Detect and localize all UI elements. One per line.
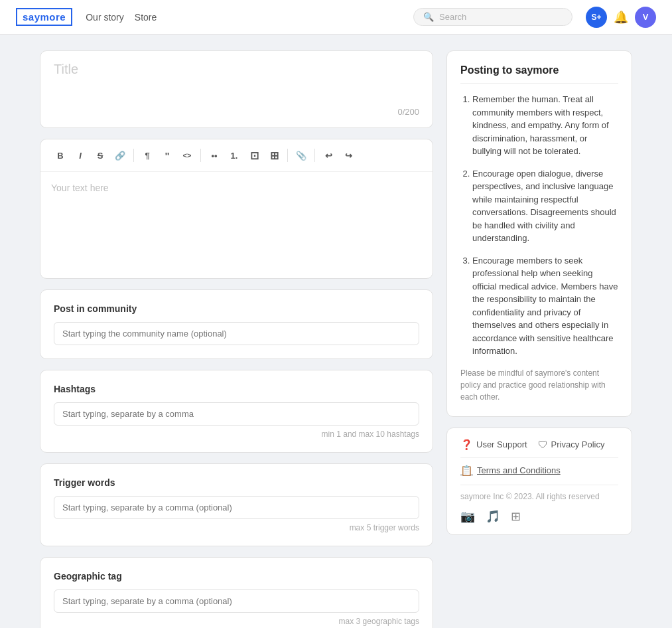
- user-support-label: User Support: [476, 439, 527, 449]
- bullet-list-button[interactable]: ••: [205, 146, 224, 165]
- hashtags-hint: min 1 and max 10 hashtags: [54, 430, 419, 439]
- privacy-policy-link[interactable]: 🛡 Privacy Policy: [538, 439, 605, 450]
- tiktok-icon[interactable]: 🎵: [486, 509, 500, 524]
- title-input[interactable]: Title: [54, 62, 419, 102]
- instagram-icon[interactable]: 📷: [460, 509, 475, 524]
- hashtags-card: Hashtags min 1 and max 10 hashtags: [40, 370, 433, 453]
- hashtags-label: Hashtags: [54, 384, 419, 394]
- right-panel: Posting to saymore Remember the human. T…: [446, 50, 632, 535]
- rules-list: Remember the human. Treat all community …: [460, 93, 618, 358]
- strikethrough-button[interactable]: S: [91, 146, 109, 165]
- header-icons: S+ 🔔 V: [586, 7, 656, 28]
- policy-note: Please be mindful of saymore's content p…: [460, 367, 618, 403]
- footer-links-row: ❓ User Support 🛡 Privacy Policy: [460, 439, 618, 451]
- bell-icon[interactable]: 🔔: [614, 10, 628, 25]
- title-counter: 0/200: [54, 107, 419, 117]
- italic-button[interactable]: I: [71, 146, 90, 165]
- title-card: Title 0/200: [40, 50, 433, 128]
- attachment-button[interactable]: 📎: [292, 146, 310, 165]
- toolbar-sep-1: [133, 149, 134, 162]
- link-button[interactable]: 🔗: [111, 146, 129, 165]
- search-bar[interactable]: 🔍 Search: [413, 8, 572, 26]
- redo-button[interactable]: ↪: [339, 146, 358, 165]
- logo[interactable]: saymore: [16, 8, 72, 26]
- posting-title: Posting to saymore: [460, 64, 618, 84]
- indent-decrease-button[interactable]: ⊡: [245, 146, 263, 165]
- nav-links: Our story Store: [86, 12, 157, 23]
- rule-3: Encourage members to seek professional h…: [472, 254, 618, 358]
- editor-toolbar: B I S 🔗 ¶ " <> •• 1. ⊡ ⊞ 📎 ↩ ↪: [40, 139, 433, 172]
- footer-divider-2: [460, 485, 618, 485]
- trigger-words-card: Trigger words max 5 trigger words: [40, 463, 433, 546]
- code-button[interactable]: <>: [178, 146, 196, 165]
- privacy-policy-icon: 🛡: [538, 439, 548, 450]
- geographic-tag-input[interactable]: [54, 589, 419, 613]
- footer-divider-1: [460, 457, 618, 458]
- user-support-link[interactable]: ❓ User Support: [460, 439, 527, 451]
- community-card: Post in community: [40, 289, 433, 359]
- terms-link[interactable]: 📋 Terms and Conditions: [460, 465, 618, 477]
- avatar-v[interactable]: V: [635, 7, 656, 28]
- trigger-words-input[interactable]: [54, 496, 419, 519]
- paragraph-button[interactable]: ¶: [138, 146, 157, 165]
- toolbar-sep-3: [287, 149, 288, 162]
- bold-button[interactable]: B: [51, 146, 70, 165]
- footer-card: ❓ User Support 🛡 Privacy Policy 📋 Terms …: [446, 428, 632, 535]
- trigger-words-hint: max 5 trigger words: [54, 523, 419, 532]
- left-panel: Title 0/200 B I S 🔗 ¶ " <> •• 1. ⊡ ⊞ 📎: [40, 50, 433, 628]
- social-icons-row: 📷 🎵 ⊞: [460, 509, 618, 524]
- rule-2: Encourage open dialogue, diverse perspec…: [472, 167, 618, 245]
- terms-label: Terms and Conditions: [477, 465, 561, 475]
- search-placeholder: Search: [439, 12, 466, 22]
- privacy-policy-label: Privacy Policy: [551, 439, 605, 449]
- nav-our-story[interactable]: Our story: [86, 12, 124, 23]
- header: saymore Our story Store 🔍 Search S+ 🔔 V: [0, 0, 672, 35]
- quote-button[interactable]: ": [158, 146, 176, 165]
- rule-1: Remember the human. Treat all community …: [472, 93, 618, 158]
- hashtags-input[interactable]: [54, 402, 419, 426]
- editor-body[interactable]: Your text here: [40, 172, 433, 278]
- community-input[interactable]: [54, 322, 419, 345]
- trigger-words-label: Trigger words: [54, 477, 419, 488]
- terms-icon: 📋: [460, 465, 473, 477]
- main-content: Title 0/200 B I S 🔗 ¶ " <> •• 1. ⊡ ⊞ 📎: [0, 35, 672, 628]
- grid-icon[interactable]: ⊞: [511, 509, 521, 524]
- geographic-tag-label: Geographic tag: [54, 571, 419, 582]
- toolbar-sep-2: [200, 149, 201, 162]
- editor-card: B I S 🔗 ¶ " <> •• 1. ⊡ ⊞ 📎 ↩ ↪ Your te: [40, 139, 433, 279]
- user-support-icon: ❓: [460, 439, 473, 451]
- footer-copyright: saymore Inc © 2023. All rights reserved: [460, 492, 618, 501]
- nav-store[interactable]: Store: [135, 12, 157, 23]
- posting-rules-card: Posting to saymore Remember the human. T…: [446, 50, 632, 417]
- search-icon: 🔍: [423, 12, 434, 22]
- geographic-tag-card: Geographic tag max 3 geographic tags: [40, 557, 433, 628]
- geographic-tag-hint: max 3 geographic tags: [54, 617, 419, 626]
- ordered-list-button[interactable]: 1.: [225, 146, 243, 165]
- avatar-sp[interactable]: S+: [586, 7, 607, 28]
- community-label: Post in community: [54, 303, 419, 314]
- undo-button[interactable]: ↩: [319, 146, 338, 165]
- toolbar-sep-4: [314, 149, 315, 162]
- indent-increase-button[interactable]: ⊞: [265, 146, 283, 165]
